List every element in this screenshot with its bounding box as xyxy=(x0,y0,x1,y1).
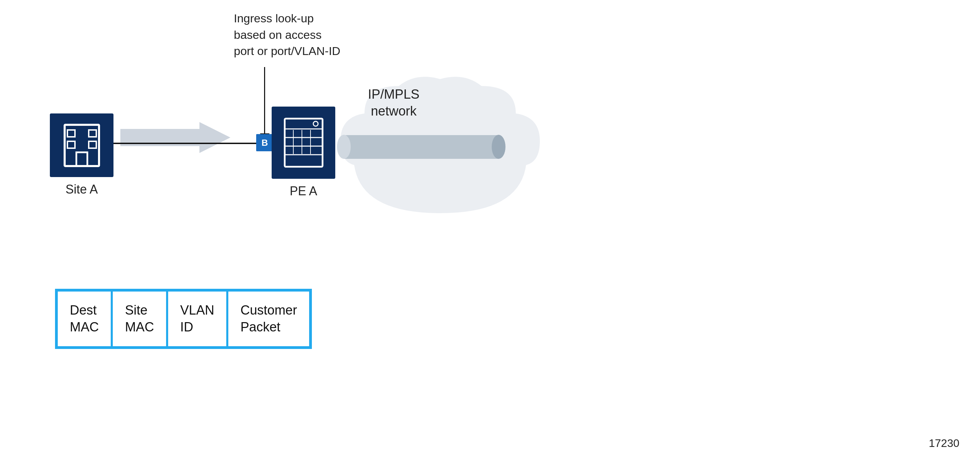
network-tube xyxy=(337,132,506,162)
packet-cell-customer-packet: Customer Packet xyxy=(227,291,310,347)
diagram-number: 17230 xyxy=(929,437,959,450)
svg-rect-5 xyxy=(67,141,75,148)
ingress-line3: port or port/VLAN-ID xyxy=(234,45,340,57)
b-badge: B xyxy=(256,134,274,151)
ingress-line2: based on access xyxy=(234,28,321,41)
ingress-arrow-line xyxy=(264,67,265,136)
svg-point-17 xyxy=(337,135,351,159)
svg-point-18 xyxy=(492,135,506,159)
svg-rect-3 xyxy=(67,130,75,137)
network-label: IP/MPLS network xyxy=(368,86,420,120)
svg-rect-4 xyxy=(89,130,96,137)
svg-rect-1 xyxy=(65,125,99,166)
svg-point-12 xyxy=(313,121,318,126)
packet-diagram: Dest MAC Site MAC VLAN ID Customer Packe… xyxy=(55,289,312,349)
site-a-label: Site A xyxy=(50,182,113,197)
packet-cell-site-mac: Site MAC xyxy=(112,291,167,347)
pe-a-box xyxy=(272,107,335,179)
pe-a-label: PE A xyxy=(272,184,335,198)
svg-rect-16 xyxy=(344,135,499,159)
connection-line xyxy=(113,143,258,144)
site-a-box xyxy=(50,113,113,177)
diagram-container: Ingress look-up based on access port or … xyxy=(0,0,980,460)
packet-cell-vlan-id: VLAN ID xyxy=(167,291,227,347)
ingress-line1: Ingress look-up xyxy=(234,12,313,25)
flow-arrow xyxy=(120,120,231,155)
ingress-label: Ingress look-up based on access port or … xyxy=(234,10,340,59)
svg-rect-2 xyxy=(76,152,88,166)
svg-rect-6 xyxy=(89,141,96,148)
svg-marker-0 xyxy=(120,122,231,153)
packet-cell-dest-mac: Dest MAC xyxy=(57,291,112,347)
